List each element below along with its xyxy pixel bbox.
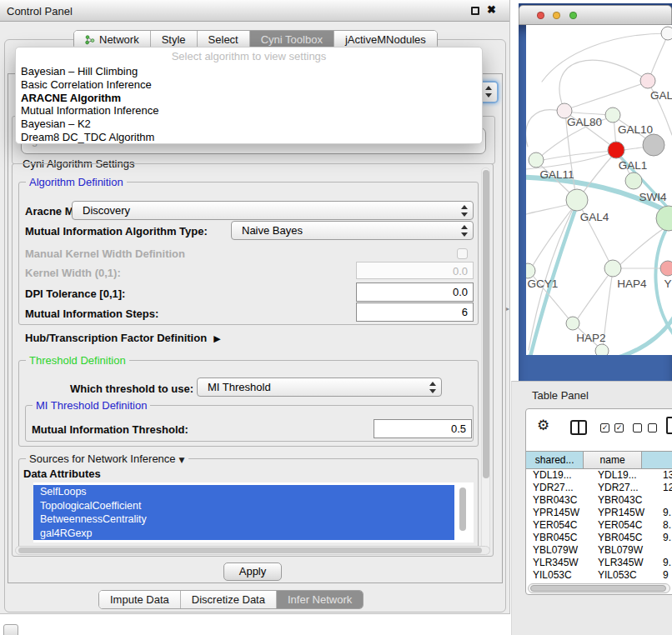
network-node-gcy1[interactable] [526, 263, 535, 278]
mi-steps-label: Mutual Information Steps: [25, 308, 158, 320]
table-row[interactable]: YDR27...YDR27...12 [526, 482, 672, 494]
network-node-label: Y [664, 278, 671, 290]
hub-definition-expander[interactable]: Hub/Transcription Factor Definition▶ [25, 332, 221, 344]
table-cell: 8. [663, 519, 671, 532]
table-cell: 9. [663, 557, 671, 569]
deselect-all-icon[interactable] [648, 423, 657, 432]
network-node-y[interactable] [660, 261, 672, 276]
dpi-tolerance-input[interactable]: 0.0 [356, 282, 474, 302]
attribute-item-gal4rgexp[interactable]: gal4RGexp [33, 527, 454, 541]
mi-algorithm-type-combobox[interactable]: Naive Bayes [231, 221, 474, 240]
which-threshold-label: Which threshold to use: [70, 382, 193, 395]
table-row[interactable]: YDL19...YDL19...13 [526, 469, 672, 482]
tab-discretize-data[interactable]: Discretize Data [180, 591, 276, 608]
close-traffic-light-icon[interactable] [537, 12, 544, 19]
attribute-item-selfloops[interactable]: SelfLoops [33, 485, 454, 499]
tab-label: Impute Data [110, 593, 169, 606]
dropdown-item-dream8-dc-tdc-algorithm[interactable]: Dream8 DC_TDC Algorithm [16, 131, 482, 144]
tab-network[interactable]: Network [74, 31, 150, 48]
tab-jactivemnodules[interactable]: jActiveMNodules [333, 31, 437, 48]
split-columns-icon[interactable] [570, 420, 587, 435]
attributes-list-scrollbar-thumb[interactable] [459, 488, 466, 531]
network-node-gal[interactable] [640, 73, 655, 88]
mi-steps-input[interactable]: 6 [356, 302, 474, 322]
tab-impute-data[interactable]: Impute Data [99, 591, 180, 608]
kernel-width-input[interactable]: 0.0 [356, 262, 474, 279]
manual-kernel-width-checkbox[interactable] [457, 248, 468, 259]
settings-horizontal-scrollbar[interactable] [15, 546, 490, 555]
minimize-traffic-light-icon[interactable] [553, 12, 560, 19]
table-row[interactable]: YLR345WYLR345W9. [526, 557, 672, 569]
column-header-name[interactable]: name [584, 452, 641, 468]
network-node-swi4[interactable] [625, 172, 642, 189]
network-node-label: GAL1 [619, 159, 648, 172]
table-cell: YDR27... [533, 482, 574, 494]
select-all-icon[interactable]: ✓ [600, 423, 609, 432]
network-node[interactable] [643, 134, 664, 156]
network-node[interactable] [595, 344, 609, 355]
network-node-hap4[interactable] [604, 260, 621, 277]
bottom-tab-strip: Impute DataDiscretize DataInfer Network [98, 590, 364, 609]
tab-cyni-toolbox[interactable]: Cyni Toolbox [249, 31, 333, 48]
tab-label: Select [208, 33, 238, 46]
table-row[interactable]: YBL079WYBL079W [526, 544, 672, 557]
network-node-gal10[interactable] [605, 108, 620, 122]
settings-scrollbar-thumb[interactable] [483, 170, 489, 478]
mi-steps-value: 6 [462, 306, 468, 318]
table-cell: YIL053C [598, 569, 637, 582]
dropdown-item-bayesian-hill-climbing[interactable]: Bayesian – Hill Climbing [16, 65, 482, 78]
attributes-list-scrollbar[interactable] [459, 486, 468, 538]
tab-infer-network[interactable]: Infer Network [276, 591, 363, 608]
network-node-gal4[interactable] [566, 189, 588, 211]
column-header-shared[interactable]: shared... [526, 452, 584, 468]
tab-label: Network [99, 33, 139, 46]
zoom-traffic-light-icon[interactable] [569, 12, 577, 19]
table-row[interactable]: YER054CYER054C8. [526, 519, 672, 532]
table-panel-title: Table Panel [532, 389, 589, 402]
hub-definition-label: Hub/Transcription Factor Definition [25, 332, 207, 344]
attribute-item-betweennesscentrality[interactable]: BetweennessCentrality [33, 512, 454, 527]
table-row[interactable]: YPR145WYPR145W9. [526, 507, 672, 519]
network-node[interactable] [661, 27, 672, 40]
table-panel: Table Panel ⚙ ✓ ✓ shared...name YDL19...… [511, 381, 672, 635]
float-window-icon[interactable] [471, 7, 479, 15]
settings-scrollbar[interactable] [481, 168, 490, 552]
data-attributes-list[interactable]: SelfLoopsTopologicalCoefficientBetweenne… [33, 482, 474, 542]
new-table-icon[interactable] [666, 417, 672, 434]
network-canvas[interactable]: GALGAL80GAL10GAL1GAL11SWI4GAL4GCY1HAP4YH… [526, 25, 672, 355]
settings-hscrollbar-thumb[interactable] [18, 548, 482, 553]
tab-style[interactable]: Style [150, 31, 197, 48]
table-hscrollbar-thumb[interactable] [530, 585, 666, 592]
kernel-width-label: Kernel Width (0,1): [25, 267, 121, 279]
network-node-gal1[interactable] [608, 142, 624, 158]
network-node-hap2[interactable] [566, 317, 579, 330]
table-cell: 9. [663, 532, 671, 544]
attribute-item-topologicalcoefficient[interactable]: TopologicalCoefficient [33, 499, 454, 513]
which-threshold-combobox[interactable]: MI Threshold [197, 378, 442, 397]
tab-select[interactable]: Select [197, 31, 249, 48]
dropdown-item-bayesian-k2[interactable]: Bayesian – K2 [16, 118, 482, 131]
table-row[interactable]: YBR043CYBR043C [526, 494, 672, 507]
table-cell: YDL19... [598, 469, 637, 482]
aracne-mode-combobox[interactable]: Discovery [72, 201, 474, 220]
table-row[interactable]: YBR045CYBR045C9. [526, 532, 672, 544]
kernel-width-value: 0.0 [453, 265, 468, 278]
table-horizontal-scrollbar[interactable] [528, 583, 670, 593]
which-threshold-value: MI Threshold [208, 381, 271, 393]
network-node-gal11[interactable] [529, 152, 544, 168]
apply-button[interactable]: Apply [223, 562, 282, 581]
manual-kernel-width-label: Manual Kernel Width Definition [25, 248, 185, 260]
dropdown-item-aracne-algorithm[interactable]: ARACNE Algorithm [16, 92, 482, 105]
select-all-icon[interactable]: ✓ [614, 423, 624, 432]
deselect-all-icon[interactable] [633, 423, 642, 432]
dropdown-item-mutual-information-inference[interactable]: Mutual Information Inference [16, 104, 482, 118]
dropdown-item-basic-correlation-inference[interactable]: Basic Correlation Inference [16, 78, 482, 92]
table-row[interactable]: YIL053CYIL053C9 [526, 569, 672, 582]
network-window-titlebar[interactable] [519, 5, 672, 25]
column-header-extra[interactable] [642, 452, 672, 468]
settings-gear-icon[interactable]: ⚙ [537, 417, 549, 433]
close-icon[interactable]: ✖ [487, 3, 496, 16]
mi-threshold-input[interactable]: 0.5 [374, 419, 472, 438]
panel-corner-button[interactable] [3, 624, 18, 635]
splitter-collapse-icon[interactable]: ▸ [506, 305, 509, 312]
